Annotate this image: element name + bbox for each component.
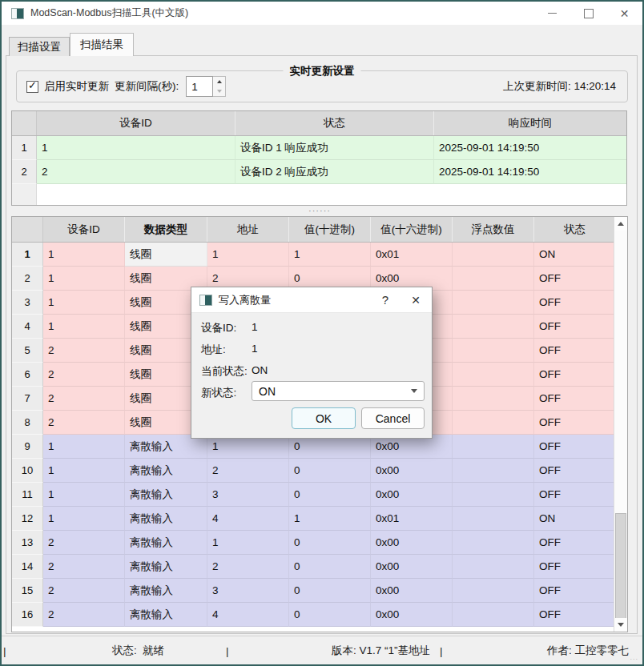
cell-float-value[interactable]	[453, 387, 534, 411]
header-float-value[interactable]: 浮点数值	[453, 217, 534, 242]
cell-data-type[interactable]: 离散输入	[125, 483, 207, 507]
cell-data-type[interactable]: 离散输入	[125, 603, 207, 627]
table-row[interactable]: 142离散输入200x00OFF	[12, 555, 615, 579]
cell-float-value[interactable]	[453, 339, 534, 363]
cell-value-hex[interactable]: 0x00	[371, 459, 453, 483]
header-response-time[interactable]: 响应时间	[434, 111, 626, 135]
dialog-close-button[interactable]: ✕	[401, 294, 430, 307]
cell-state[interactable]: OFF	[534, 387, 615, 411]
cell-device-id[interactable]: 2	[43, 531, 125, 555]
cell-float-value[interactable]	[453, 483, 534, 507]
cell-device-id[interactable]: 2	[43, 603, 125, 627]
cell-value-hex[interactable]: 0x00	[371, 603, 453, 627]
cell-device-id[interactable]: 1	[43, 507, 125, 531]
header-value-hex[interactable]: 值(十六进制)	[371, 217, 453, 242]
cancel-button[interactable]: Cancel	[361, 407, 425, 429]
cell-device-id[interactable]: 1	[37, 136, 235, 160]
cell-state[interactable]: OFF	[534, 531, 615, 555]
cell-value-dec[interactable]: 1	[289, 243, 371, 267]
spin-up-button[interactable]	[213, 77, 225, 86]
scroll-up-button[interactable]	[614, 217, 627, 231]
cell-address[interactable]: 3	[207, 483, 289, 507]
cell-state[interactable]: OFF	[534, 603, 615, 627]
dialog-help-button[interactable]: ?	[369, 293, 401, 307]
cell-data-type[interactable]: 线圈	[125, 243, 207, 267]
cell-device-id[interactable]: 2	[43, 555, 125, 579]
cell-address[interactable]: 2	[207, 555, 289, 579]
cell-device-id[interactable]: 1	[43, 243, 125, 267]
cell-response-time[interactable]: 2025-09-01 14:19:50	[434, 136, 626, 160]
cell-value-dec[interactable]: 0	[289, 603, 371, 627]
cell-state[interactable]: OFF	[534, 411, 615, 435]
cell-state[interactable]: OFF	[534, 483, 615, 507]
table-row[interactable]: 152离散输入300x00OFF	[12, 579, 615, 603]
scroll-down-button[interactable]	[614, 618, 627, 632]
minimize-button[interactable]	[534, 2, 570, 25]
cell-value-dec[interactable]: 1	[289, 507, 371, 531]
header-address[interactable]: 地址	[207, 217, 289, 242]
header-state[interactable]: 状态	[534, 217, 615, 242]
enable-realtime-checkbox[interactable]: ✓	[26, 81, 38, 93]
cell-address[interactable]: 3	[207, 579, 289, 603]
cell-float-value[interactable]	[453, 243, 534, 267]
spin-down-button[interactable]	[213, 86, 225, 96]
cell-response-time[interactable]: 2025-09-01 14:19:50	[434, 160, 626, 184]
header-data-type[interactable]: 数据类型	[125, 217, 207, 242]
cell-float-value[interactable]	[453, 315, 534, 339]
header-device-id[interactable]: 设备ID	[43, 217, 125, 242]
cell-data-type[interactable]: 离散输入	[125, 579, 207, 603]
cell-address[interactable]: 1	[207, 243, 289, 267]
header-status[interactable]: 状态	[235, 111, 434, 135]
resize-grip[interactable]: ...	[630, 653, 638, 661]
cell-state[interactable]: OFF	[534, 579, 615, 603]
cell-float-value[interactable]	[453, 267, 534, 291]
dialog-title-bar[interactable]: 写入离散量 ? ✕	[191, 287, 432, 313]
cell-float-value[interactable]	[453, 507, 534, 531]
cell-data-type[interactable]: 离散输入	[125, 555, 207, 579]
scrollbar-thumb[interactable]	[615, 513, 626, 620]
cell-device-id[interactable]: 2	[43, 339, 125, 363]
cell-device-id[interactable]: 1	[43, 459, 125, 483]
cell-address[interactable]: 4	[207, 507, 289, 531]
cell-value-hex[interactable]: 0x00	[371, 555, 453, 579]
cell-float-value[interactable]	[453, 411, 534, 435]
cell-float-value[interactable]	[453, 579, 534, 603]
cell-device-id[interactable]: 2	[43, 387, 125, 411]
cell-state[interactable]: OFF	[534, 291, 615, 315]
table-row[interactable]: 162离散输入400x00OFF	[12, 603, 615, 627]
cell-state[interactable]: OFF	[534, 363, 615, 387]
cell-state[interactable]: OFF	[534, 435, 615, 459]
cell-float-value[interactable]	[453, 603, 534, 627]
table-row[interactable]: 111离散输入300x00OFF	[12, 483, 615, 507]
new-state-combobox[interactable]: ON	[252, 381, 425, 401]
cell-state[interactable]: OFF	[534, 339, 615, 363]
cell-device-id[interactable]: 1	[43, 315, 125, 339]
cell-device-id[interactable]: 2	[43, 579, 125, 603]
cell-value-hex[interactable]: 0x00	[371, 579, 453, 603]
cell-value-hex[interactable]: 0x01	[371, 507, 453, 531]
cell-data-type[interactable]: 离散输入	[125, 531, 207, 555]
cell-value-dec[interactable]: 0	[289, 555, 371, 579]
cell-value-hex[interactable]: 0x00	[371, 483, 453, 507]
table-row[interactable]: 121离散输入410x01ON	[12, 507, 615, 531]
table-row[interactable]: 101离散输入200x00OFF	[12, 459, 615, 483]
cell-device-id[interactable]: 1	[43, 483, 125, 507]
header-value-dec[interactable]: 值(十进制)	[289, 217, 371, 242]
cell-value-dec[interactable]: 0	[289, 579, 371, 603]
cell-state[interactable]: OFF	[534, 459, 615, 483]
cell-state[interactable]: OFF	[534, 555, 615, 579]
cell-address[interactable]: 4	[207, 603, 289, 627]
table-row[interactable]: 11设备ID 1 响应成功2025-09-01 14:19:50	[12, 136, 626, 160]
cell-device-id[interactable]: 2	[37, 160, 235, 184]
tab-scan-settings[interactable]: 扫描设置	[9, 37, 70, 56]
header-device-id[interactable]: 设备ID	[37, 111, 235, 135]
cell-float-value[interactable]	[453, 459, 534, 483]
tab-scan-results[interactable]: 扫描结果	[70, 33, 134, 56]
cell-address[interactable]: 1	[207, 531, 289, 555]
cell-state[interactable]: ON	[534, 243, 615, 267]
cell-float-value[interactable]	[453, 291, 534, 315]
cell-state[interactable]: ON	[534, 507, 615, 531]
cell-data-type[interactable]: 离散输入	[125, 507, 207, 531]
cell-device-id[interactable]: 1	[43, 435, 125, 459]
cell-device-id[interactable]: 1	[43, 291, 125, 315]
